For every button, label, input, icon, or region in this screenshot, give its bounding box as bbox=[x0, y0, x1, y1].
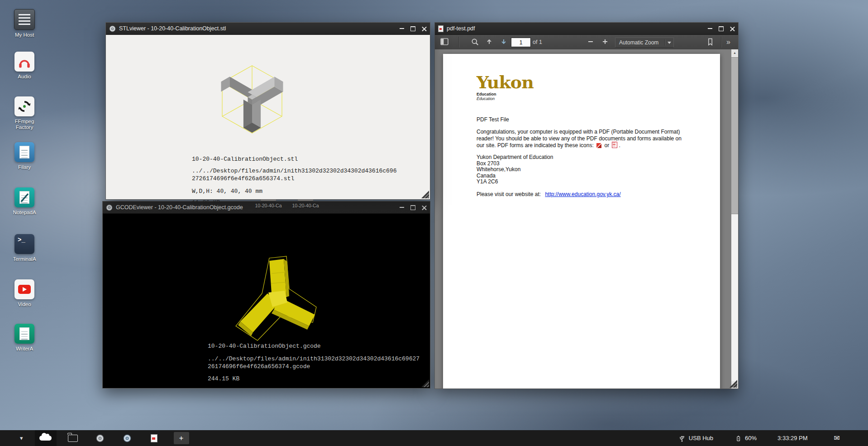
stl-3d-model bbox=[199, 63, 307, 149]
pdf-heading: PDF Test File bbox=[477, 116, 509, 123]
next-page-button[interactable] bbox=[500, 38, 507, 45]
desktop-icon-ffmpeg[interactable]: FFmpeg Factory bbox=[6, 96, 43, 130]
battery-indicator[interactable]: 60% bbox=[735, 435, 757, 442]
dropdown-divider bbox=[664, 39, 665, 46]
gcode-path-line1: ../../Desktop/files/admin/inith31302d323… bbox=[208, 355, 420, 363]
maximize-button[interactable] bbox=[407, 201, 419, 213]
desktop-icon-terminal[interactable]: >_ TerminalA bbox=[6, 234, 43, 262]
scrollbar-thumb[interactable] bbox=[731, 57, 738, 214]
stlviewer-window: STLviewer - 10-20-40-CalibrationObject.s… bbox=[105, 22, 430, 200]
window-controls bbox=[396, 23, 430, 34]
taskbar-gcodeviewer-button[interactable] bbox=[116, 430, 138, 446]
pdf-titlebar[interactable]: pdf-test.pdf bbox=[435, 23, 738, 35]
stl-path-line1: ../../Desktop/files/admin/inith31302d323… bbox=[192, 167, 396, 175]
stl-dimensions: W,D,H: 40, 40, 40 mm bbox=[192, 187, 396, 195]
pdf-viewer-window: pdf-test.pdf of 1 bbox=[434, 22, 739, 389]
resize-grip[interactable] bbox=[421, 379, 429, 387]
zoom-out-button[interactable] bbox=[587, 38, 594, 45]
bookmark-button[interactable] bbox=[706, 38, 714, 46]
paragraph-text: . bbox=[619, 142, 620, 149]
desktop-icon-label: NotepadA bbox=[6, 210, 43, 216]
paragraph-line: our site. PDF forms are indicated by the… bbox=[477, 142, 682, 149]
gcode-filesize: 244.15 KB bbox=[208, 375, 420, 383]
desktop-icon-audio[interactable]: Audio bbox=[6, 52, 43, 80]
writer-icon bbox=[14, 324, 34, 344]
stl-filesize: 11.86 KB bbox=[192, 199, 396, 206]
address-line: Box 2703 bbox=[477, 161, 553, 167]
pdf-paragraph: Congratulations, your computer is equipp… bbox=[477, 129, 682, 149]
gcode-path-line2: 26174696f6e4f626a656374.gcode bbox=[208, 363, 420, 370]
address-line: Whitehorse,Yukon bbox=[477, 167, 553, 173]
pdf-scrollbar[interactable]: ▲ ▼ bbox=[731, 49, 738, 388]
desktop-icon-label: WriterA bbox=[6, 346, 43, 352]
desktop-icon-my-host[interactable]: My Host bbox=[6, 9, 43, 38]
mail-icon[interactable]: ✉ bbox=[834, 434, 840, 442]
maximize-button[interactable] bbox=[407, 23, 419, 34]
previous-page-button[interactable] bbox=[486, 38, 493, 45]
minimize-button[interactable] bbox=[704, 23, 715, 34]
taskbar-pdf-button[interactable] bbox=[143, 430, 165, 446]
taskbar-menu-caret[interactable]: ▾ bbox=[20, 435, 23, 441]
stl-filename: 10-20-40-CalibrationObject.stl bbox=[192, 155, 396, 163]
chevron-down-icon bbox=[668, 42, 671, 44]
page-number-input[interactable] bbox=[511, 38, 531, 47]
clock[interactable]: 3:33:29 PM bbox=[777, 435, 808, 441]
stl-window-title: STLviewer - 10-20-40-CalibrationObject.s… bbox=[119, 25, 396, 32]
gcode-filename: 10-20-40-CalibrationObject.gcode bbox=[208, 342, 420, 350]
website-label: Please visit our website at: bbox=[477, 191, 541, 197]
paragraph-line: Congratulations, your computer is equipp… bbox=[477, 129, 682, 135]
desktop-icon-notepad[interactable]: NotepadA bbox=[6, 187, 43, 216]
usb-hub-indicator[interactable]: USB Hub bbox=[678, 435, 713, 442]
close-button[interactable] bbox=[419, 201, 430, 213]
stl-viewport[interactable]: 10-20-40-CalibrationObject.stl ../../Des… bbox=[106, 35, 430, 199]
taskbar-files-button[interactable] bbox=[62, 430, 84, 446]
terminal-icon: >_ bbox=[14, 234, 34, 254]
pdf-app-icon bbox=[438, 25, 444, 32]
desktop-icon-video[interactable]: Video bbox=[6, 279, 43, 307]
gcode-viewport[interactable]: 10-20-40-CalibrationObject.gcode ../../D… bbox=[103, 214, 430, 388]
close-button[interactable] bbox=[419, 23, 430, 34]
stl-titlebar[interactable]: STLviewer - 10-20-40-CalibrationObject.s… bbox=[106, 23, 430, 35]
gcode-object bbox=[238, 259, 315, 336]
usb-hub-label: USB Hub bbox=[689, 435, 713, 441]
taskbar-cloud-button[interactable] bbox=[35, 430, 57, 446]
pdf-page: Yukon Education Éducation PDF Test File … bbox=[443, 54, 720, 388]
minimize-button[interactable] bbox=[396, 23, 407, 34]
desktop-icon-filary[interactable]: Filary bbox=[6, 142, 43, 170]
computer-icon bbox=[14, 9, 35, 30]
website-link[interactable]: http://www.education.gov.yk.ca/ bbox=[545, 191, 620, 197]
gcodeviewer-window: GCODEviewer - 10-20-40-CalibrationObject… bbox=[102, 201, 430, 388]
desktop-icon-writer[interactable]: WriterA bbox=[6, 324, 43, 352]
yukon-logo-education-fr: Éducation bbox=[477, 96, 534, 101]
taskbar-add-button[interactable]: + bbox=[171, 430, 192, 446]
pdf-content-area[interactable]: Yukon Education Éducation PDF Test File … bbox=[435, 49, 731, 388]
yukon-logo-word: Yukon bbox=[477, 74, 534, 91]
address-block: Yukon Department of Education Box 2703 W… bbox=[477, 154, 553, 185]
resize-grip[interactable] bbox=[421, 191, 429, 198]
sidebar-toggle-button[interactable] bbox=[440, 38, 448, 45]
taskbar-status-area: USB Hub 60% 3:33:29 PM ✉ bbox=[678, 434, 868, 442]
zoom-level-label: Automatic Zoom bbox=[615, 39, 664, 46]
paragraph-line: reader! You should be able to view any o… bbox=[477, 135, 682, 142]
desktop: My Host Audio FFmpeg Factory Filary Note… bbox=[0, 0, 868, 446]
desktop-icon-label: Audio bbox=[6, 74, 43, 80]
paragraph-text: our site. PDF forms are indicated by the… bbox=[477, 142, 594, 149]
zoom-select-dropdown[interactable]: Automatic Zoom bbox=[615, 38, 674, 48]
scroll-up-button[interactable]: ▲ bbox=[731, 49, 738, 57]
battery-icon bbox=[735, 435, 742, 442]
minimize-button[interactable] bbox=[396, 201, 407, 213]
pdf-toolbar: of 1 Automatic Zoom » bbox=[435, 35, 738, 50]
plus-icon: + bbox=[174, 432, 189, 444]
toolbar-overflow-button[interactable]: » bbox=[726, 35, 730, 49]
search-button[interactable] bbox=[471, 38, 479, 46]
stlviewer-app-icon bbox=[96, 434, 104, 442]
stl-path-line2: 2726174696f6e4f626a656374.stl bbox=[192, 175, 396, 182]
gcode-3d-model bbox=[229, 255, 324, 346]
zoom-in-button[interactable] bbox=[601, 38, 609, 45]
taskbar-stlviewer-button[interactable] bbox=[89, 430, 111, 446]
close-button[interactable] bbox=[727, 23, 738, 34]
address-line: Canada bbox=[477, 173, 553, 179]
website-line: Please visit our website at: http://www.… bbox=[477, 191, 621, 197]
maximize-button[interactable] bbox=[715, 23, 727, 34]
address-line: Y1A 2C6 bbox=[477, 179, 553, 185]
